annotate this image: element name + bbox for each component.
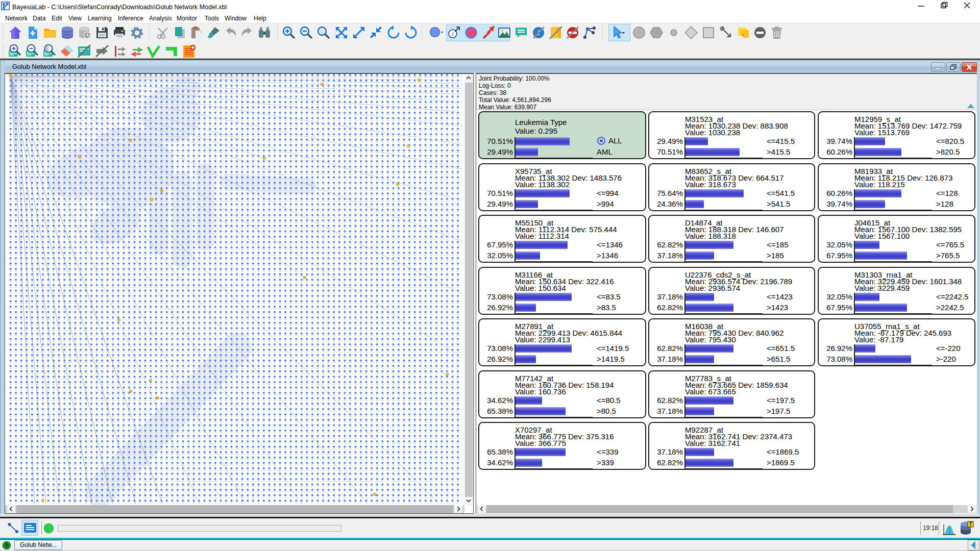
svg-text:i: i <box>452 31 453 37</box>
svg-text:T: T <box>969 521 972 527</box>
